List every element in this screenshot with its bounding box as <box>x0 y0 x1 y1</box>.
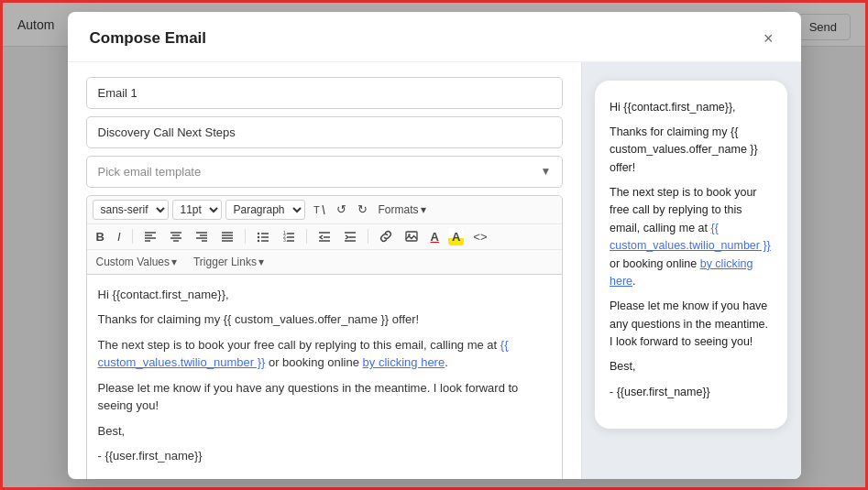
italic-button[interactable]: I <box>114 228 125 245</box>
align-left-button[interactable] <box>140 228 160 245</box>
subject-field[interactable] <box>86 116 563 148</box>
svg-text:3.: 3. <box>283 237 287 243</box>
svg-point-20 <box>257 236 258 238</box>
compose-email-modal: Compose Email × Pick email template <box>68 12 801 479</box>
email-field[interactable] <box>86 77 563 109</box>
template-select[interactable]: Pick email template <box>86 156 563 188</box>
modal-overlay: Compose Email × Pick email template <box>3 3 865 487</box>
toolbar-divider-1 <box>132 229 133 244</box>
align-center-button[interactable] <box>166 228 186 245</box>
preview-nextstep-prefix: The next step is to book your free call … <box>610 186 757 234</box>
editor-line-questions: Please let me know if you have any quest… <box>98 379 551 415</box>
preview-offer: Thanks for claiming my {{ custom_values.… <box>610 124 773 177</box>
clicking-here-link[interactable]: by clicking here <box>363 355 445 369</box>
trigger-links-chevron-icon: ▾ <box>258 256 264 268</box>
format-icon[interactable]: T <box>309 201 329 218</box>
redo-button[interactable]: ↻ <box>354 201 371 218</box>
svg-rect-36 <box>406 232 417 241</box>
align-right-button[interactable] <box>192 228 212 245</box>
preview-nextstep-middle: or booking online <box>610 257 700 270</box>
toolbar-row-style: B I <box>87 224 562 250</box>
font-size-select[interactable]: 11pt <box>172 200 222 220</box>
numbered-list-button[interactable]: 1.2.3. <box>279 228 299 245</box>
editor-line-greeting: Hi {{contact.first_name}}, <box>98 286 551 304</box>
undo-button[interactable]: ↺ <box>333 201 350 218</box>
preview-best: Best, <box>610 358 773 376</box>
indent-more-button[interactable] <box>340 228 360 245</box>
svg-line-1 <box>323 205 324 214</box>
custom-values-button[interactable]: Custom Values ▾ <box>93 254 181 270</box>
modal-header: Compose Email × <box>68 12 801 62</box>
toolbar-row-links: Custom Values ▾ Trigger Links ▾ <box>87 250 562 274</box>
bold-button[interactable]: B <box>93 228 108 245</box>
svg-point-18 <box>257 233 258 234</box>
toolbar-divider-2 <box>245 229 246 244</box>
app-background: Autom Send Compose Email × <box>0 0 868 490</box>
indent-less-button[interactable] <box>314 228 335 245</box>
preview-nextstep-suffix: . <box>632 275 635 288</box>
svg-point-37 <box>408 234 410 235</box>
editor-toolbar: sans-serif 11pt Paragraph T <box>86 195 563 275</box>
preview-questions: Please let me know if you have any quest… <box>610 298 773 351</box>
preview-greeting: Hi {{contact.first_name}}, <box>610 99 773 116</box>
font-family-select[interactable]: sans-serif <box>93 200 169 220</box>
editor-line-best: Best, <box>98 422 551 441</box>
toolbar-divider-4 <box>368 229 368 244</box>
modal-title: Compose Email <box>90 29 207 48</box>
align-justify-button[interactable] <box>217 228 237 245</box>
bullet-list-button[interactable] <box>253 228 273 245</box>
preview-next-step: The next step is to book your free call … <box>610 184 773 290</box>
code-button[interactable]: <> <box>469 228 490 245</box>
editor-line-next-step: The next step is to book your free call … <box>98 336 551 372</box>
paragraph-select[interactable]: Paragraph <box>225 200 305 220</box>
toolbar-divider-3 <box>306 229 307 244</box>
email-editor[interactable]: Hi {{contact.first_name}}, Thanks for cl… <box>86 275 563 479</box>
formats-chevron-icon: ▾ <box>421 203 426 216</box>
svg-point-22 <box>257 240 258 242</box>
phone-preview: Hi {{contact.first_name}}, Thanks for cl… <box>595 81 787 429</box>
toolbar-row-format: sans-serif 11pt Paragraph T <box>87 196 562 224</box>
image-button[interactable] <box>401 228 422 245</box>
template-picker-wrapper: Pick email template ▼ <box>86 156 563 188</box>
preview-pane: Hi {{contact.first_name}}, Thanks for cl… <box>581 62 801 479</box>
modal-body: Pick email template ▼ sans-serif <box>68 62 801 479</box>
svg-text:T: T <box>313 204 320 215</box>
close-button[interactable]: × <box>758 28 779 49</box>
editor-line-offer: Thanks for claiming my {{ custom_values.… <box>98 310 551 329</box>
compose-pane: Pick email template ▼ sans-serif <box>68 62 581 479</box>
formats-button[interactable]: Formats ▾ <box>375 201 430 218</box>
editor-container: sans-serif 11pt Paragraph T <box>86 195 563 479</box>
twilio-link[interactable]: {{ custom_values.twilio_number }} <box>98 338 509 370</box>
link-button[interactable] <box>376 228 396 245</box>
preview-signature: - {{user.first_name}} <box>610 384 773 401</box>
custom-values-chevron-icon: ▾ <box>171 256 177 268</box>
bg-color-button[interactable]: A <box>448 228 464 245</box>
trigger-links-button[interactable]: Trigger Links ▾ <box>190 254 268 270</box>
text-color-button[interactable]: A <box>427 228 443 245</box>
editor-line-signature: - {{user.first_name}} <box>98 447 551 465</box>
